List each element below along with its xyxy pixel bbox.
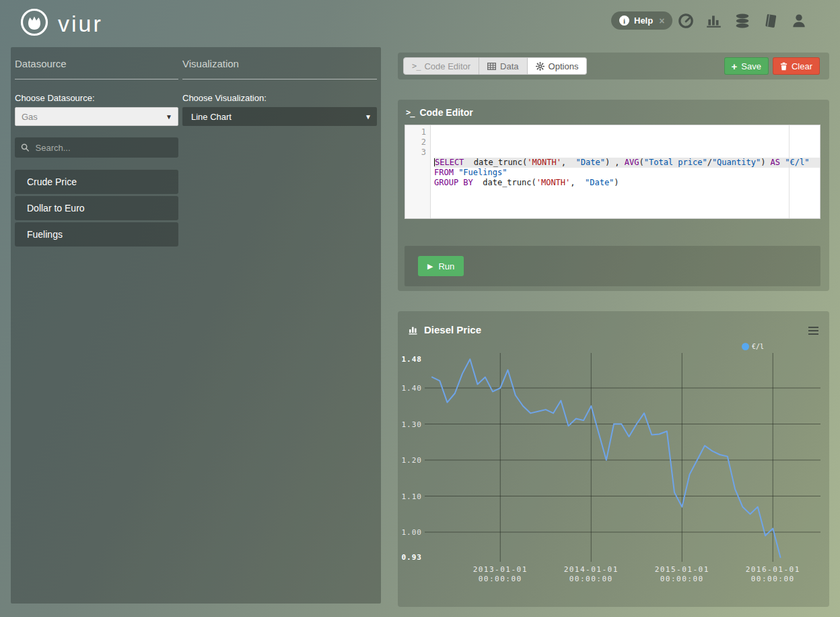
chart-legend[interactable]: €/l	[742, 343, 764, 350]
user-icon[interactable]	[790, 12, 808, 30]
info-icon: i	[619, 15, 629, 26]
sidebar-panel: Datasource Choose Datasource: Gas ▼ Crud…	[11, 47, 381, 604]
tab-code-editor[interactable]: >_ Code Editor	[403, 57, 479, 75]
svg-text:1.48: 1.48	[402, 355, 423, 364]
chart-menu-icon[interactable]	[808, 327, 818, 337]
terminal-icon: >_	[412, 61, 420, 71]
bar-chart-icon[interactable]	[705, 12, 723, 30]
svg-text:2013-01-0100:00:00: 2013-01-0100:00:00	[473, 565, 528, 583]
visualization-select-value: Line Chart	[191, 112, 232, 122]
line-number-gutter: 123	[405, 125, 431, 218]
search-icon	[21, 143, 30, 152]
svg-text:1.10: 1.10	[402, 492, 423, 501]
table-icon	[487, 63, 496, 70]
nav-icon-bar	[677, 12, 808, 30]
run-button-label: Run	[438, 261, 454, 271]
chevron-down-icon: ▼	[166, 113, 172, 121]
line-number: 2	[405, 137, 426, 148]
run-button[interactable]: ▶ Run	[418, 256, 464, 276]
search-input[interactable]	[34, 142, 172, 154]
chart-title: Diesel Price	[409, 324, 481, 335]
gear-icon	[536, 62, 545, 71]
tab-data-label: Data	[500, 61, 518, 71]
visualization-header: Visualization	[182, 58, 377, 79]
play-icon: ▶	[427, 262, 433, 271]
navbar: viur i Help ×	[0, 0, 840, 47]
code-area[interactable]: SELECT date_trunc('MONTH', "Date") , AVG…	[431, 125, 820, 218]
code-editor-title: >_ Code Editor	[406, 107, 473, 118]
datasource-header: Datasource	[15, 58, 178, 79]
line-number: 1	[405, 127, 426, 137]
plus-icon: +	[732, 61, 738, 71]
code-line[interactable]: GROUP BY date_trunc('MONTH', "Date")	[434, 178, 820, 188]
chevron-down-icon: ▼	[365, 113, 372, 121]
tab-data[interactable]: Data	[479, 57, 527, 75]
datasource-select[interactable]: Gas ▼	[15, 107, 178, 126]
terminal-icon: >_	[406, 108, 414, 117]
clear-button-label: Clear	[792, 61, 812, 71]
choose-visualization-label: Choose Visualization:	[182, 93, 377, 103]
toolbar-panel: >_ Code Editor Data	[398, 53, 829, 79]
svg-text:0.93: 0.93	[402, 553, 423, 562]
legend-dot	[742, 343, 749, 350]
svg-text:1.40: 1.40	[402, 384, 423, 393]
book-icon[interactable]	[762, 12, 779, 30]
tab-options-label: Options	[549, 61, 579, 71]
run-strip: ▶ Run	[405, 246, 820, 286]
help-button[interactable]: i Help ×	[611, 11, 672, 30]
logo-text: viur	[58, 11, 103, 37]
search-box	[15, 137, 178, 158]
app-root: viur i Help ×	[0, 0, 840, 617]
view-tab-group: >_ Code Editor Data	[403, 57, 587, 75]
tab-code-editor-label: Code Editor	[424, 61, 470, 71]
line-number: 3	[405, 148, 426, 158]
viur-logo-icon	[20, 8, 48, 39]
datasource-item[interactable]: Dollar to Euro	[15, 196, 178, 220]
sql-code-editor[interactable]: 123 SELECT date_trunc('MONTH', "Date") ,…	[405, 125, 820, 219]
code-line[interactable]: SELECT date_trunc('MONTH', "Date") , AVG…	[434, 158, 820, 168]
legend-label: €/l	[752, 343, 764, 350]
svg-text:2015-01-0100:00:00: 2015-01-0100:00:00	[655, 565, 709, 583]
code-editor-panel: >_ Code Editor 123 SELECT date_trunc('MO…	[398, 100, 829, 291]
visualization-select[interactable]: Line Chart ▼	[182, 107, 377, 126]
datasource-item[interactable]: Fuelings	[15, 222, 178, 247]
save-button[interactable]: + Save	[724, 57, 769, 75]
datasource-list: Crude PriceDollar to EuroFuelings	[15, 170, 178, 247]
help-close-icon[interactable]: ×	[659, 15, 664, 26]
svg-text:2016-01-0100:00:00: 2016-01-0100:00:00	[746, 565, 800, 583]
database-icon[interactable]	[734, 12, 751, 30]
svg-text:1.20: 1.20	[402, 456, 423, 465]
choose-datasource-label: Choose Datasource:	[15, 93, 178, 103]
diesel-price-chart: 2013-01-0100:00:002014-01-0100:00:002015…	[398, 311, 829, 607]
tab-options[interactable]: Options	[528, 57, 588, 75]
datasource-select-value: Gas	[22, 112, 38, 122]
svg-text:1.00: 1.00	[402, 528, 423, 537]
trash-icon	[780, 62, 788, 71]
svg-text:1.30: 1.30	[402, 420, 423, 429]
bar-chart-icon	[409, 325, 419, 335]
datasource-item[interactable]: Crude Price	[15, 170, 178, 194]
column-ruler	[789, 125, 790, 218]
chart-panel: 2013-01-0100:00:002014-01-0100:00:002015…	[398, 311, 829, 607]
clear-button[interactable]: Clear	[773, 57, 820, 75]
dashboard-gauge-icon[interactable]	[677, 12, 695, 30]
help-label: Help	[634, 15, 653, 26]
viur-logo[interactable]: viur	[20, 8, 103, 39]
code-line[interactable]: FROM "Fuelings"	[434, 168, 820, 178]
save-button-label: Save	[741, 61, 761, 71]
svg-text:2014-01-0100:00:00: 2014-01-0100:00:00	[564, 565, 619, 583]
